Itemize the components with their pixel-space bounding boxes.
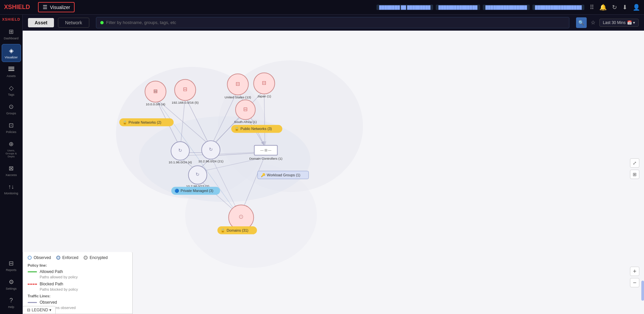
visualizer-button[interactable]: ☰ Visualizer	[38, 2, 75, 12]
assets-icon	[8, 66, 14, 73]
encrypted-label: Encrypted	[90, 255, 108, 260]
groups-icon: ⊙	[9, 103, 14, 110]
traffic-section: Traffic Lines:	[28, 294, 128, 298]
scroll-indicator[interactable]	[641, 281, 644, 301]
encrypted-icon	[84, 256, 88, 260]
observed-label: Observed	[34, 255, 51, 260]
svg-text:↻: ↻	[196, 172, 200, 177]
help-label: Help	[8, 305, 14, 309]
allowed-line-icon	[28, 271, 37, 272]
svg-point-8	[139, 116, 310, 202]
hamburger-icon: ☰	[43, 4, 47, 10]
download-icon[interactable]: ⬇	[622, 4, 627, 11]
legend-allowed: Allowed Path	[28, 269, 128, 274]
xaccess-label: Xaccess	[5, 173, 17, 177]
svg-text:⊟: ⊟	[153, 88, 158, 94]
sidebar-item-users[interactable]: ⊕ Users, Groups & Depts	[2, 138, 21, 161]
svg-text:Domains (31): Domains (31)	[227, 228, 248, 232]
allowed-path-sublabel: Paths allowed by policy	[40, 275, 128, 279]
nav-metrics: ████████ ██ █████████ ███████████████ ██…	[376, 5, 584, 10]
svg-text:Workload Groups (1): Workload Groups (1)	[267, 173, 301, 177]
observed-traffic-label: Observed	[40, 300, 57, 305]
graph-area[interactable]: ⊞ ⊟ 10.0.0.0/8 (4) ⊟ 192.168.0.0/16 (5) …	[23, 31, 644, 314]
legend-observed: Observed	[28, 255, 51, 260]
tab-network[interactable]: Network	[58, 18, 89, 28]
sub-nav: Asset Network 🔍 ☆ Last 30 Mins 📅 ▾	[23, 15, 644, 31]
filter-container	[96, 17, 569, 28]
metric-4: ██████████████████	[532, 5, 584, 10]
svg-text:— ⊟ —: — ⊟ —	[260, 148, 271, 152]
app-logo: XSHIELD	[4, 4, 30, 11]
reports-label: Reports	[6, 268, 17, 272]
metric-3: ████████████████	[483, 5, 530, 10]
tab-asset[interactable]: Asset	[28, 18, 54, 27]
filter-input[interactable]	[106, 20, 565, 25]
svg-text:⊟: ⊟	[262, 80, 266, 86]
sidebar-item-dashboard[interactable]: ⊞ Dashboard	[2, 25, 21, 43]
nav-icons: ⠿ 🔔 ↻ ⬇ 👤	[590, 4, 640, 11]
svg-text:10.2.96.0/24 (21): 10.2.96.0/24 (21)	[198, 159, 223, 163]
sidebar-logo: XSHIELD	[2, 17, 20, 21]
svg-text:🔵: 🔵	[175, 188, 179, 193]
time-label: Last 30 Mins	[603, 20, 626, 25]
blocked-line-icon	[28, 284, 37, 285]
sidebar-item-monitoring[interactable]: ↑↓ Monitoring	[2, 181, 21, 198]
sidebar-item-groups[interactable]: ⊙ Groups	[2, 100, 21, 118]
visualizer-icon: ◈	[9, 47, 14, 54]
search-button[interactable]: 🔍	[576, 17, 587, 28]
main-layout: XSHIELD ⊞ Dashboard ◈ Visualizer Assets …	[0, 15, 644, 314]
svg-text:⊟: ⊟	[243, 106, 248, 112]
assets-label: Assets	[7, 74, 16, 78]
tags-label: Tags	[8, 93, 14, 96]
sidebar-item-reports[interactable]: ⊟ Reports	[2, 257, 21, 274]
svg-text:🔒: 🔒	[123, 120, 127, 125]
legend-blocked: Blocked Path	[28, 282, 128, 286]
layout-icon[interactable]: ⊞	[630, 170, 639, 179]
content-area: Asset Network 🔍 ☆ Last 30 Mins 📅 ▾	[23, 15, 644, 314]
legend-items: Observed Enforced Encrypted	[28, 255, 128, 260]
refresh-icon[interactable]: ↻	[612, 4, 617, 11]
svg-text:Public Networks (3): Public Networks (3)	[241, 127, 272, 131]
zoom-in-button[interactable]: +	[630, 267, 639, 276]
settings-label: Settings	[6, 287, 17, 290]
user-icon[interactable]: 👤	[633, 4, 640, 11]
svg-text:South Africa (1): South Africa (1)	[234, 120, 257, 124]
zoom-out-button[interactable]: −	[630, 278, 639, 287]
enforced-icon	[56, 256, 60, 260]
grid-icon[interactable]: ⠿	[590, 4, 594, 11]
sidebar-item-policies[interactable]: ⊡ Policies	[2, 119, 21, 136]
svg-rect-2	[8, 70, 14, 71]
visualizer-sidebar-label: Visualizer	[5, 56, 18, 59]
legend-encrypted: Encrypted	[84, 255, 108, 260]
svg-text:↻: ↻	[178, 148, 182, 153]
sidebar-item-xaccess[interactable]: ⊠ Xaccess	[2, 162, 21, 179]
legend-toggle[interactable]: ⊟ LEGEND ▾	[23, 306, 56, 314]
svg-text:⊙: ⊙	[239, 213, 244, 220]
allowed-path-label: Allowed Path	[40, 269, 63, 274]
svg-text:Private Managed (3): Private Managed (3)	[181, 189, 213, 193]
sidebar-item-tags[interactable]: ◇ Tags	[2, 82, 21, 99]
svg-text:⊟: ⊟	[183, 86, 187, 92]
policy-line-section: Policy line:	[28, 263, 128, 267]
legend-toggle-label: LEGEND	[32, 308, 48, 312]
time-range-button[interactable]: Last 30 Mins 📅 ▾	[599, 19, 639, 27]
svg-text:Domain Controllers (1): Domain Controllers (1)	[249, 157, 282, 160]
sidebar-item-settings[interactable]: ⚙ Settings	[2, 276, 21, 293]
svg-text:10.0.0.0/8 (4): 10.0.0.0/8 (4)	[146, 102, 165, 106]
legend-toggle-icon: ⊟	[27, 308, 30, 312]
svg-rect-1	[8, 68, 14, 69]
sidebar-item-assets[interactable]: Assets	[2, 63, 21, 80]
bell-icon[interactable]: 🔔	[599, 4, 607, 11]
sidebar-item-visualizer[interactable]: ◈ Visualizer	[2, 44, 21, 62]
svg-text:🔒: 🔒	[235, 126, 239, 131]
legend-enforced: Enforced	[56, 255, 78, 260]
favorite-icon[interactable]: ☆	[591, 19, 595, 26]
sidebar-item-help[interactable]: ? Help	[2, 294, 21, 311]
settings-icon: ⚙	[9, 278, 14, 286]
legend-panel: Observed Enforced Encrypted Policy line:…	[23, 252, 133, 314]
svg-text:Private Networks (2): Private Networks (2)	[129, 120, 161, 124]
reports-icon: ⊟	[9, 260, 14, 267]
expand-icon[interactable]: ⤢	[630, 158, 639, 168]
svg-text:🔒: 🔒	[221, 228, 225, 233]
metric-1: ████████ ██ █████████	[376, 5, 433, 10]
